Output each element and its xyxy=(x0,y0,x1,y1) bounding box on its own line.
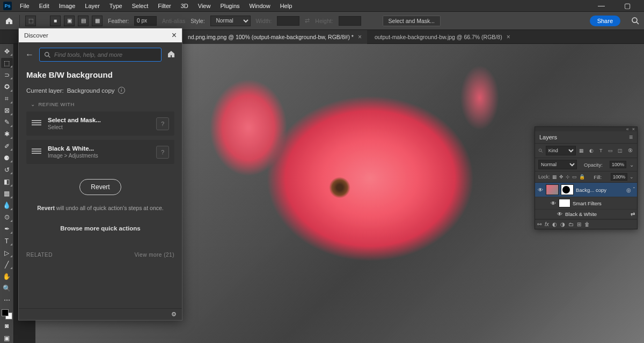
info-icon[interactable]: i xyxy=(118,87,125,94)
new-selection-icon[interactable]: ■ xyxy=(50,16,61,26)
marquee-tool[interactable]: ⬚ xyxy=(1,58,13,68)
action-select-and-mask[interactable]: Select and Mask... Select ? xyxy=(26,111,174,136)
type-tool[interactable]: T xyxy=(1,236,13,246)
search-icon[interactable] xyxy=(631,17,640,25)
add-selection-icon[interactable]: ▣ xyxy=(64,16,75,26)
filter-adjust-icon[interactable]: ◐ xyxy=(588,147,595,154)
home-icon[interactable] xyxy=(167,50,175,59)
visibility-icon[interactable]: 👁 xyxy=(550,200,557,206)
search-field[interactable] xyxy=(54,51,157,58)
filter-shape-icon[interactable]: ▭ xyxy=(607,147,614,154)
fill-input[interactable]: 100% xyxy=(611,173,627,181)
document-tab[interactable]: output-make-background-bw.jpg @ 66.7% (R… xyxy=(369,30,516,44)
zoom-tool[interactable]: 🔍 xyxy=(1,284,13,294)
filter-pixel-icon[interactable]: ▦ xyxy=(578,147,586,154)
filter-mask-thumbnail[interactable] xyxy=(559,199,570,207)
stamp-tool[interactable]: ⚈ xyxy=(1,153,13,163)
filter-kind-select[interactable]: Kind xyxy=(546,146,576,155)
browse-more-link[interactable]: Browse more quick actions xyxy=(26,225,174,232)
frame-tool[interactable]: ⊠ xyxy=(1,106,13,116)
visibility-icon[interactable]: 👁 xyxy=(537,187,544,193)
action-black-white[interactable]: Black & White... Image > Adjustments ? xyxy=(26,140,174,164)
hand-tool[interactable]: ✋ xyxy=(1,271,13,281)
menu-plugins[interactable]: Plugins xyxy=(215,3,244,9)
window-maximize-icon[interactable]: ▢ xyxy=(619,2,635,10)
group-icon[interactable]: 🗀 xyxy=(568,221,574,227)
menu-image[interactable]: Image xyxy=(54,3,80,9)
chevron-icon[interactable]: ˆ xyxy=(633,187,635,193)
menu-window[interactable]: Window xyxy=(245,3,275,9)
quick-selection-tool[interactable]: ✪ xyxy=(1,81,13,92)
refine-section-header[interactable]: ⌄ REFINE WITH xyxy=(31,101,174,107)
lock-all-icon[interactable]: 🔒 xyxy=(579,174,585,180)
filter-type-icon[interactable]: T xyxy=(597,147,605,154)
menu-view[interactable]: View xyxy=(193,3,216,9)
filter-options-icon[interactable]: ⇄ xyxy=(631,211,635,217)
blur-tool[interactable]: 💧 xyxy=(1,200,13,211)
move-tool[interactable]: ✥ xyxy=(1,46,13,56)
view-more-link[interactable]: View more (21) xyxy=(134,252,174,258)
chevron-down-icon[interactable]: ⌄ xyxy=(630,174,634,180)
close-icon[interactable]: × xyxy=(172,31,177,40)
eyedropper-tool[interactable]: ✎ xyxy=(1,117,13,128)
tool-preset-icon[interactable]: ⬚ xyxy=(25,16,36,26)
opacity-input[interactable]: 100% xyxy=(610,161,626,168)
discover-titlebar[interactable]: Discover × xyxy=(19,28,182,42)
adjustment-layer-icon[interactable]: ◑ xyxy=(560,221,565,227)
menu-type[interactable]: Type xyxy=(105,3,127,9)
layer-row[interactable]: 👁 Backg... copy ◎ ˆ xyxy=(535,183,637,197)
screen-mode-icon[interactable]: ▣ xyxy=(1,333,13,343)
path-selection-tool[interactable]: ▷ xyxy=(1,248,13,258)
subtract-selection-icon[interactable]: ▤ xyxy=(78,16,89,26)
filter-row[interactable]: 👁 Black & White ⇄ xyxy=(535,210,637,219)
menu-edit[interactable]: Edit xyxy=(34,3,54,9)
document-tab[interactable]: nd.png.img.png @ 100% (output-make-backg… xyxy=(182,30,367,44)
crop-tool[interactable]: ⌗ xyxy=(1,94,13,104)
pen-tool[interactable]: ✒ xyxy=(1,224,13,234)
color-swatches[interactable] xyxy=(2,309,12,319)
brush-tool[interactable]: ✐ xyxy=(1,141,13,151)
eraser-tool[interactable]: ◧ xyxy=(1,176,13,187)
search-input[interactable] xyxy=(39,48,162,62)
style-select[interactable]: Normal xyxy=(210,16,251,26)
lasso-tool[interactable]: ⊃ xyxy=(1,70,13,80)
layer-name[interactable]: Backg... copy xyxy=(576,187,624,193)
layer-style-icon[interactable]: fx xyxy=(545,221,549,227)
lock-nest-icon[interactable]: ▭ xyxy=(572,174,577,180)
blend-mode-select[interactable]: Normal xyxy=(538,160,577,169)
more-tools-icon[interactable]: ⋯ xyxy=(1,295,13,305)
close-icon[interactable]: × xyxy=(507,33,510,41)
visibility-icon[interactable]: 👁 xyxy=(557,211,563,217)
menu-filter[interactable]: Filter xyxy=(153,3,175,9)
gradient-tool[interactable]: ▦ xyxy=(1,189,13,199)
link-layers-icon[interactable]: ⚯ xyxy=(537,221,541,227)
history-brush-tool[interactable]: ↺ xyxy=(1,165,13,175)
layer-mask-icon[interactable]: ◐ xyxy=(552,221,557,227)
layer-mask-thumbnail[interactable] xyxy=(561,184,574,195)
feather-input[interactable] xyxy=(134,16,157,26)
lock-artboard-icon[interactable]: ⊹ xyxy=(566,174,570,180)
intersect-selection-icon[interactable]: ▦ xyxy=(92,16,103,26)
gear-icon[interactable]: ⚙ xyxy=(171,311,177,318)
filter-toggle-icon[interactable]: ⦿ xyxy=(626,147,634,154)
menu-file[interactable]: File xyxy=(15,3,34,9)
delete-layer-icon[interactable]: 🗑 xyxy=(584,221,590,227)
menu-help[interactable]: Help xyxy=(275,3,297,9)
menu-select[interactable]: Select xyxy=(127,3,153,9)
window-minimize-icon[interactable]: — xyxy=(593,2,610,10)
quick-mask-icon[interactable]: ◙ xyxy=(1,321,13,331)
home-icon[interactable] xyxy=(4,16,14,26)
select-and-mask-button[interactable]: Select and Mask... xyxy=(383,16,441,26)
new-layer-icon[interactable]: ⊞ xyxy=(577,221,581,227)
revert-button[interactable]: Revert xyxy=(79,179,121,195)
close-icon[interactable]: × xyxy=(358,33,362,41)
healing-tool[interactable]: ✱ xyxy=(1,129,13,139)
dodge-tool[interactable]: ⊙ xyxy=(1,212,13,222)
help-icon[interactable]: ? xyxy=(156,117,169,130)
share-button[interactable]: Share xyxy=(590,16,620,26)
chevron-down-icon[interactable]: ⌄ xyxy=(630,162,634,168)
lock-position-icon[interactable]: ✥ xyxy=(559,174,564,180)
back-icon[interactable]: ← xyxy=(25,50,34,59)
filter-smart-icon[interactable]: ◫ xyxy=(617,147,624,154)
shape-tool[interactable]: ╱ xyxy=(1,259,13,270)
